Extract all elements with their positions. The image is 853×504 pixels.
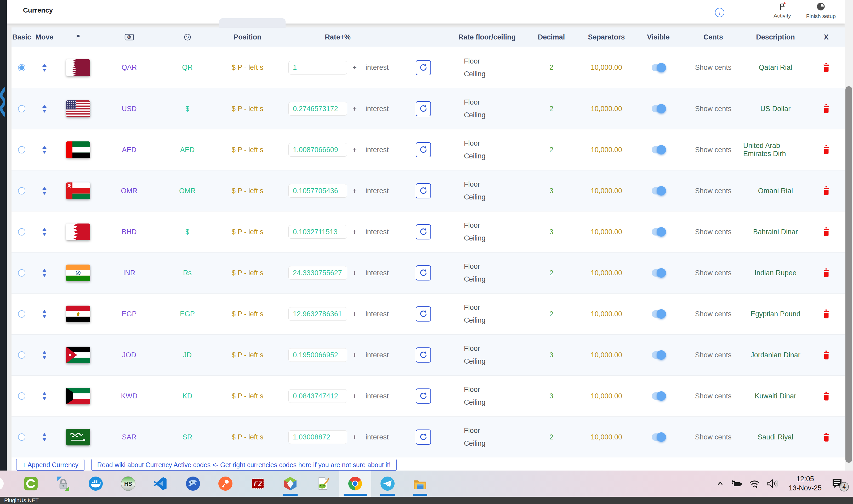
separators-value[interactable]: 10,000.00 [591,146,622,154]
basic-radio[interactable] [18,269,25,276]
delete-currency-button[interactable] [823,392,830,400]
decimal-value[interactable]: 2 [549,146,553,154]
taskbar-camtasia-icon[interactable] [15,470,47,497]
basic-radio[interactable] [18,310,25,318]
taskbar-thunderbird-icon[interactable] [177,470,209,497]
volume-icon[interactable] [766,479,779,489]
floor-label[interactable]: Floor [464,344,485,353]
move-handle[interactable] [42,351,47,359]
move-handle[interactable] [42,105,47,113]
refresh-rate-button[interactable] [416,306,431,322]
refresh-rate-button[interactable] [416,389,431,403]
separators-value[interactable]: 10,000.00 [591,392,622,400]
refresh-rate-button[interactable] [416,347,431,363]
decimal-value[interactable]: 3 [549,187,553,195]
position-value[interactable]: $ P - left s [232,146,263,154]
visible-toggle[interactable] [652,269,665,276]
ceiling-label[interactable]: Ceiling [464,439,485,448]
decimal-value[interactable]: 3 [549,392,553,400]
basic-radio[interactable] [18,228,25,236]
floor-label[interactable]: Floor [464,139,485,147]
battery-icon[interactable] [731,479,743,488]
ceiling-label[interactable]: Ceiling [464,316,485,324]
basic-radio[interactable] [18,433,25,441]
visible-toggle[interactable] [652,187,665,195]
basic-radio[interactable] [18,105,25,112]
rate-input[interactable] [288,266,347,280]
taskbar-clock[interactable]: 12:05 13-Nov-25 [789,475,822,492]
move-handle[interactable] [42,310,47,318]
refresh-rate-button[interactable] [416,60,431,75]
ceiling-label[interactable]: Ceiling [464,275,485,283]
separators-value[interactable]: 10,000.00 [591,228,622,236]
visible-toggle[interactable] [652,310,665,318]
delete-currency-button[interactable] [823,268,830,277]
rate-input[interactable] [288,307,347,321]
basic-radio[interactable] [18,64,25,71]
basic-radio[interactable] [18,146,25,154]
floor-label[interactable]: Floor [464,221,485,230]
visible-toggle[interactable] [652,105,665,112]
visible-toggle[interactable] [652,351,665,359]
decimal-value[interactable]: 2 [549,64,553,72]
visible-toggle[interactable] [652,64,665,71]
wifi-icon[interactable] [748,479,761,489]
taskbar-winscp-icon[interactable] [47,470,79,497]
delete-currency-button[interactable] [823,145,830,154]
decimal-value[interactable]: 2 [549,269,553,277]
separators-value[interactable]: 10,000.00 [591,433,622,441]
rate-input[interactable] [288,143,347,157]
taskbar-docker-icon[interactable] [79,470,112,497]
refresh-rate-button[interactable] [416,224,431,239]
ceiling-label[interactable]: Ceiling [464,70,485,78]
taskbar-explorer-icon[interactable] [404,470,436,497]
basic-radio[interactable] [18,187,25,195]
position-value[interactable]: $ P - left s [232,269,263,277]
move-handle[interactable] [42,392,47,400]
ceiling-label[interactable]: Ceiling [464,152,485,160]
visible-toggle[interactable] [652,228,665,236]
ceiling-label[interactable]: Ceiling [464,193,485,201]
floor-label[interactable]: Floor [464,57,485,65]
taskbar-chrome-icon[interactable] [339,470,371,497]
refresh-rate-button[interactable] [416,265,431,281]
delete-currency-button[interactable] [823,350,830,359]
ceiling-label[interactable]: Ceiling [464,398,485,407]
decimal-value[interactable]: 2 [549,310,553,318]
move-handle[interactable] [42,228,47,236]
visible-toggle[interactable] [652,392,665,400]
floor-label[interactable]: Floor [464,427,485,435]
refresh-rate-button[interactable] [416,142,431,157]
taskbar-vscode-icon[interactable] [144,470,177,497]
taskbar-gem-icon[interactable] [274,470,306,497]
decimal-value[interactable]: 3 [549,228,553,236]
rate-input[interactable] [288,430,347,444]
rate-input[interactable] [288,102,347,115]
floor-label[interactable]: Floor [464,304,485,311]
tray-chevron-up-icon[interactable] [715,479,725,488]
floor-label[interactable]: Floor [464,385,485,394]
delete-currency-button[interactable] [823,309,830,319]
ceiling-label[interactable]: Ceiling [464,111,485,119]
wiki-link-button[interactable]: Read wiki about Currency Active codes <-… [91,459,397,470]
rate-input[interactable] [288,61,347,74]
refresh-rate-button[interactable] [416,430,431,445]
delete-currency-button[interactable] [823,228,830,236]
taskbar-postman-icon[interactable] [209,470,242,497]
separators-value[interactable]: 10,000.00 [591,187,622,195]
move-handle[interactable] [42,146,47,154]
ceiling-label[interactable]: Ceiling [464,234,485,242]
separators-value[interactable]: 10,000.00 [591,105,622,113]
delete-currency-button[interactable] [823,186,830,195]
activity-button[interactable]: Activity [774,2,791,19]
separators-value[interactable]: 10,000.00 [591,64,622,72]
separators-value[interactable]: 10,000.00 [591,310,622,318]
delete-currency-button[interactable] [823,63,830,72]
taskbar-telegram-icon[interactable] [371,470,404,497]
refresh-rate-button[interactable] [416,101,431,116]
decimal-value[interactable]: 3 [549,351,553,359]
taskbar-heidisql-icon[interactable]: HS [112,470,144,497]
delete-currency-button[interactable] [823,433,830,442]
move-handle[interactable] [42,187,47,195]
info-icon[interactable]: i [715,8,724,17]
